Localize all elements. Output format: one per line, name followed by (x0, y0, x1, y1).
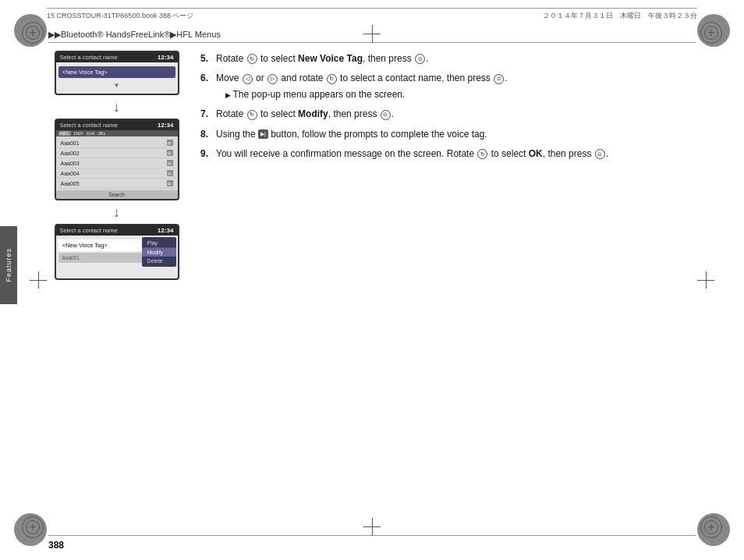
press-icon-9: ⊙ (595, 149, 605, 159)
reg-mark-tr (700, 22, 722, 44)
instructions-column: 5. Rotate ↻ to select New Voice Tag, the… (200, 43, 696, 521)
popup-item-delete: Delete (142, 257, 176, 265)
alpha-ghi: GHI (87, 131, 95, 136)
nav-left-icon: ◁ (243, 74, 253, 84)
alpha-def: DEF (74, 131, 83, 136)
rotate-icon-5: ↻ (247, 54, 257, 64)
screenshots-column: Select a contact name 12:34 <New Voice T… (48, 43, 185, 521)
screen-3-header: Select a contact name 12:34 (56, 225, 178, 236)
screen-1-body: <New Voice Tag> ▼ (56, 62, 178, 94)
btn-icon-8: ▶| (258, 129, 268, 139)
contact-icon-3: ▤ (167, 160, 173, 166)
search-bar: Search (56, 190, 178, 199)
side-tab-label: Features (5, 248, 12, 282)
breadcrumb-text: ▶▶Bluetooth® HandsFreeLink®▶HFL Menus (48, 30, 221, 39)
contact-aaa002: Aaa002 ▤ (58, 148, 176, 158)
contact-aaa004: Aaa004 ▤ (58, 168, 176, 179)
contact-icon-4: ▤ (167, 170, 173, 176)
popup-item-modify: Modify (142, 248, 176, 257)
contact-icon-1: ▤ (167, 140, 173, 146)
page-container: 15 CROSSTOUR-31TP66500.book 388 ページ ２０１４… (0, 0, 744, 560)
step-5: 5. Rotate ↻ to select New Voice Tag, the… (200, 52, 696, 66)
contact-aaa003: Aaa003 ▤ (58, 158, 176, 168)
reg-mark-ml (30, 271, 47, 289)
step-9: 9. You will receive a confirmation messa… (200, 147, 696, 161)
alpha-bar: ABC DEF GHI JKL (56, 130, 178, 136)
step-8-num: 8. (200, 128, 213, 141)
print-header-left: 15 CROSSTOUR-31TP66500.book 388 ページ (47, 11, 193, 21)
screen-1-arrow: ▼ (58, 80, 175, 91)
step-6-num: 6. (200, 72, 213, 101)
screen-3-body: <New Voice Tag> Aaa001 Play Modify Delet… (56, 236, 178, 278)
reg-mark-mr (697, 271, 714, 289)
reg-mark-br (700, 516, 722, 538)
print-header: 15 CROSSTOUR-31TP66500.book 388 ページ ２０１４… (47, 8, 697, 21)
rotate-icon-7: ↻ (247, 110, 257, 120)
step-6-text: Move ◁ or ▷ and rotate ↻ to select a con… (216, 72, 696, 101)
screen-2-time: 12:34 (158, 122, 173, 129)
reg-mark-bl (22, 516, 44, 538)
reg-mark-tl (22, 22, 44, 44)
screen-1-title: Select a contact name (60, 54, 118, 61)
popup-item-play: Play (142, 239, 176, 248)
nav-right-icon: ▷ (267, 74, 278, 84)
step-5-text: Rotate ↻ to select New Voice Tag, then p… (216, 52, 696, 66)
screen-2: Select a contact name 12:34 ABC DEF GHI … (55, 119, 179, 200)
step-5-num: 5. (200, 52, 213, 66)
step-7-num: 7. (200, 108, 213, 121)
screen-1: Select a contact name 12:34 <New Voice T… (55, 51, 179, 95)
print-header-right: ２０１４年７月３１日 木曜日 午後３時２３分 (543, 11, 697, 21)
screen-3-time: 12:34 (158, 227, 173, 234)
down-arrow-1: ↓ (113, 100, 120, 114)
press-icon-5: ⊙ (415, 54, 425, 64)
screen-3: Select a contact name 12:34 <New Voice T… (55, 224, 179, 280)
screen-1-item-1: <New Voice Tag> (58, 66, 175, 78)
step-6-sub: The pop-up menu appears on the screen. (216, 88, 696, 101)
screen-2-header: Select a contact name 12:34 (56, 120, 178, 130)
popup-menu: Play Modify Delete (142, 237, 176, 267)
contact-icon-5: ▤ (167, 180, 173, 186)
main-content: Select a contact name 12:34 <New Voice T… (48, 43, 696, 521)
side-tab: Features (0, 226, 17, 304)
step-9-num: 9. (200, 147, 213, 161)
alpha-abc: ABC (58, 131, 71, 136)
step-8-text: Using the ▶| button, follow the prompts … (216, 128, 696, 141)
screen-1-time: 12:34 (158, 54, 173, 61)
step-7-text: Rotate ↻ to select Modify, then press ⊙. (216, 108, 696, 121)
rotate-icon-6: ↻ (327, 74, 337, 84)
screen-1-header: Select a contact name 12:34 (56, 52, 178, 62)
press-icon-6: ⊙ (494, 74, 504, 84)
screen-3-title: Select a contact name (60, 227, 118, 234)
contact-icon-2: ▤ (167, 150, 173, 156)
down-arrow-2: ↓ (113, 205, 120, 219)
contact-aaa001: Aaa001 ▤ (58, 138, 176, 148)
step-7: 7. Rotate ↻ to select Modify, then press… (200, 108, 696, 121)
contact-list: Aaa001 ▤ Aaa002 ▤ Aaa003 ▤ Aaa004 ▤ (56, 136, 178, 190)
page-number: 388 (48, 540, 64, 551)
contact-aaa005: Aaa005 ▤ (58, 179, 176, 189)
step-6: 6. Move ◁ or ▷ and rotate ↻ to select a … (200, 72, 696, 101)
step-list: 5. Rotate ↻ to select New Voice Tag, the… (200, 52, 696, 161)
rotate-icon-9: ↻ (477, 149, 487, 159)
press-icon-7: ⊙ (381, 110, 391, 120)
step-8: 8. Using the ▶| button, follow the promp… (200, 128, 696, 141)
breadcrumb: ▶▶Bluetooth® HandsFreeLink®▶HFL Menus (48, 30, 696, 43)
page-footer: 388 (48, 535, 696, 551)
screen-2-title: Select a contact name (60, 122, 118, 129)
alpha-jkl: JKL (98, 131, 106, 136)
step-9-text: You will receive a confirmation message … (216, 147, 696, 161)
